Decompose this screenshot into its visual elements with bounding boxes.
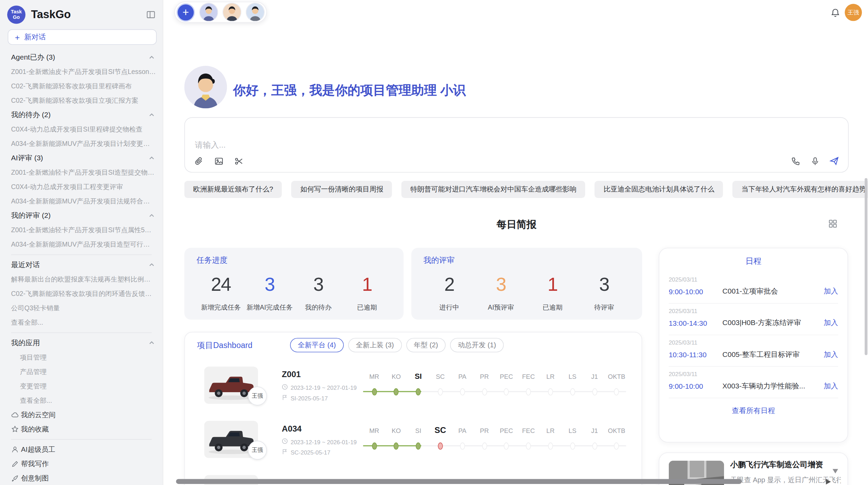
app-title: TaskGo (31, 8, 145, 21)
pencil-icon (11, 460, 21, 468)
milestone-label: OKTB (601, 427, 632, 434)
flag-icon (282, 394, 288, 401)
user-avatar[interactable]: 王强 (845, 4, 862, 21)
suggestion-chip[interactable]: 欧洲新规最近颁布了什么? (184, 181, 282, 198)
attachment-icon[interactable] (193, 155, 205, 167)
sidebar-item[interactable]: A034-全新新能源MUV产品开发项目法规符合性评审 (11, 194, 156, 209)
stat-column: 24新增完成任务 (196, 273, 245, 313)
event-join-link[interactable]: 加入 (824, 286, 838, 296)
sidebar-section-header[interactable]: Agent已办 (3) (11, 50, 156, 65)
sidebar-tool-label: AI超级员工 (21, 445, 55, 454)
scroll-right-arrow[interactable] (826, 479, 831, 484)
stat-column: 3待评审 (578, 273, 630, 313)
suggestion-chip[interactable]: 比亚迪全固态电池计划具体说了什么 (595, 181, 723, 198)
grid-layout-icon[interactable] (828, 219, 838, 229)
sidebar-item[interactable]: C0X4-动力总成开发项目工程变更评审 (11, 180, 156, 194)
sidebar-item[interactable]: C02-飞腾新能源轻客改款项目的闭环通告反馈情况 (11, 286, 156, 301)
event-join-link[interactable]: 加入 (824, 350, 838, 360)
sidebar-collapse-icon[interactable] (145, 9, 156, 20)
sidebar-section-header[interactable]: AI评审 (3) (11, 151, 156, 165)
project-row[interactable]: 王强A0342023-12-19 ~ 2026-01-19SC-2025-05-… (185, 414, 641, 468)
assistant-avatar (184, 66, 227, 108)
sidebar-item[interactable]: C02-飞腾新能源轻客改款项目里程碑画布 (11, 79, 156, 94)
stat-column: 3AI预评审 (475, 273, 527, 313)
sidebar-item[interactable]: 产品管理 (11, 364, 156, 379)
chevron-up-icon (147, 154, 156, 163)
milestone-dot (504, 443, 509, 450)
project-row[interactable]: 王强Z0012023-12-19 ~ 2027-01-19SI-2025-05-… (185, 360, 641, 414)
phone-icon[interactable] (789, 155, 802, 167)
send-icon[interactable] (828, 155, 841, 167)
sidebar-item[interactable]: 查看全部... (11, 393, 156, 408)
briefing-card-title: 任务进度 (196, 256, 391, 265)
dashboard-filter-pill[interactable]: 动总开发 (1) (450, 338, 504, 352)
chevron-up-icon (147, 338, 156, 347)
suggestion-chip[interactable]: 特朗普可能对进口汽车增税会对中国车企造成哪些影响 (401, 181, 585, 198)
sidebar-link-cloud[interactable]: 我的云空间 (11, 408, 156, 422)
sidebar-item[interactable]: Z001-全新燃油轻卡产品开发项目SI造型提交物评审 (11, 165, 156, 180)
stat-label: 新增AI完成任务 (245, 303, 294, 312)
milestone-dot (438, 443, 443, 450)
agent-avatar-2[interactable] (222, 3, 241, 22)
sidebar-divider (11, 439, 152, 440)
new-chat-button[interactable]: + 新对话 (8, 29, 157, 45)
agent-avatar-1[interactable] (199, 3, 218, 22)
sidebar-section-header[interactable]: 我的待办 (2) (11, 108, 156, 122)
sidebar-item[interactable]: C0X4-动力总成开发项目SI里程碑提交物检查 (11, 122, 156, 137)
sidebar-section-header[interactable]: 最近对话 (11, 258, 156, 272)
sidebar-item[interactable]: 变更管理 (11, 379, 156, 393)
image-upload-icon[interactable] (213, 155, 225, 167)
event-date: 2025/03/11 (669, 308, 838, 314)
vertical-scrollbar-thumb[interactable] (865, 178, 867, 355)
scissors-icon[interactable] (232, 155, 245, 167)
sidebar-tool-person[interactable]: AI超级员工 (11, 443, 156, 457)
sidebar-section-header[interactable]: 我的应用 (11, 336, 156, 350)
event-join-link[interactable]: 加入 (824, 381, 838, 391)
sidebar-tool-brush[interactable]: 创意制图 (11, 471, 156, 485)
sidebar-item[interactable]: 项目管理 (11, 350, 156, 364)
event-time: 10:30-11:30 (669, 350, 723, 359)
event-join-link[interactable]: 加入 (824, 318, 838, 328)
logo-line1: Task (11, 9, 22, 14)
cloud-icon (11, 411, 21, 419)
stat-value: 1 (343, 273, 391, 296)
event-main-row: 13:00-14:30C003|H0B-方案冻结评审加入 (669, 318, 838, 328)
milestone-dot (526, 443, 531, 450)
sidebar-item[interactable]: Z001-全新燃油皮卡产品开发项目SI节点Lesson Learn报告 (11, 65, 156, 79)
sidebar-item[interactable]: Z001-全新燃油轻卡产品开发项目SI节点属性5D文件评审 (11, 223, 156, 237)
milestone-dot (614, 388, 619, 396)
sidebar-section-title: Agent已办 (3) (11, 52, 147, 62)
sidebar-item[interactable]: C02-飞腾新能源轻客改款项目立项汇报方案 (11, 94, 156, 108)
clock-icon (282, 384, 288, 391)
notification-bell-icon[interactable] (829, 7, 842, 19)
milestone-dot (372, 443, 377, 450)
message-composer (184, 117, 849, 172)
microphone-icon[interactable] (809, 155, 821, 167)
add-button[interactable]: + (177, 3, 195, 21)
scroll-down-arrow[interactable] (833, 469, 838, 473)
milestone-dot (416, 443, 421, 450)
milestone-dot (482, 443, 487, 450)
sidebar-section-header[interactable]: 我的评审 (2) (11, 209, 156, 223)
suggestion-chip[interactable]: 当下年轻人对汽车外观有怎样的喜好趋势 (733, 181, 868, 198)
sidebar-item[interactable]: 查看全部... (11, 315, 156, 329)
sidebar-tool-pencil[interactable]: 帮我写作 (11, 457, 156, 471)
project-rows: 王强Z0012023-12-19 ~ 2027-01-19SI-2025-05-… (185, 360, 641, 468)
sidebar-item[interactable]: A034-全新新能源MUV产品开发项目计划变更表编写 (11, 137, 156, 151)
sidebar-link-star[interactable]: 我的收藏 (11, 422, 156, 436)
suggestion-chip[interactable]: 如何写一份清晰的项目周报 (291, 181, 392, 198)
agent-avatar-3[interactable] (246, 3, 265, 22)
sidebar-item[interactable]: 公司Q3轻卡销量 (11, 301, 156, 315)
dashboard-filter-pill[interactable]: 全新上装 (3) (348, 338, 401, 352)
dashboard-filter-pill[interactable]: 全新平台 (4) (290, 338, 343, 352)
person-icon (11, 446, 21, 454)
milestone-dot (504, 388, 509, 396)
sidebar-item[interactable]: 解释最新出台的欧盟报废车法规再生塑料比例被调至15%... (11, 272, 156, 286)
project-dates: 2023-12-19 ~ 2026-01-19 (282, 438, 357, 445)
message-input[interactable] (189, 138, 687, 154)
dashboard-filter-pill[interactable]: 年型 (2) (406, 338, 446, 352)
sidebar-item[interactable]: A034-全新新能源MUV产品开发项目造型可行性评审 (11, 237, 156, 252)
view-all-schedule-link[interactable]: 查看所有日程 (669, 398, 838, 424)
horizontal-scrollbar-thumb[interactable] (176, 479, 742, 484)
event-date: 2025/03/11 (669, 339, 838, 346)
